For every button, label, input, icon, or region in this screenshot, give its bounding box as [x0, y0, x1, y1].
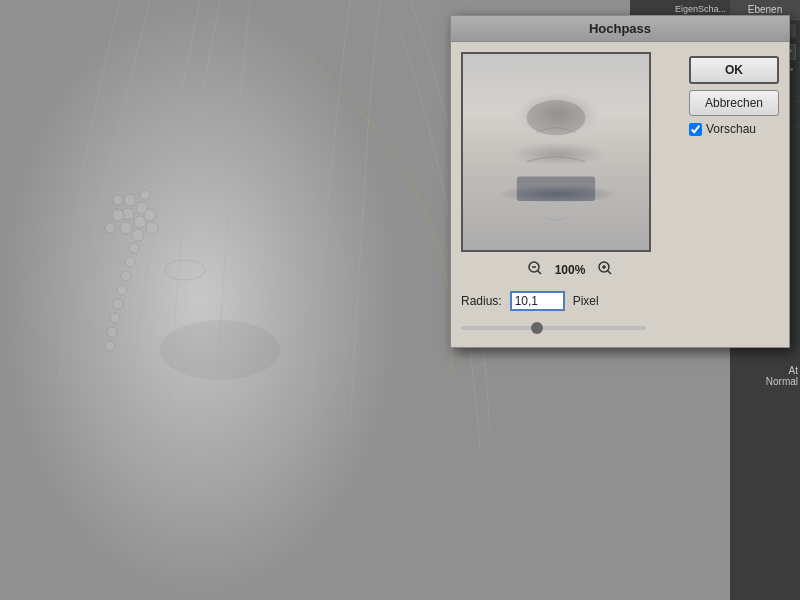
dialog-title: Hochpass [589, 21, 651, 36]
pixel-label: Pixel [573, 294, 599, 308]
svg-point-1 [124, 194, 136, 206]
dialog-titlebar: Hochpass [451, 16, 789, 42]
cancel-button[interactable]: Abbrechen [689, 90, 779, 116]
svg-point-6 [112, 209, 124, 221]
svg-point-5 [120, 222, 132, 234]
zoom-out-icon [527, 260, 543, 276]
zoom-value: 100% [555, 263, 586, 277]
radius-input[interactable]: 10,1 [510, 291, 565, 311]
svg-point-14 [125, 257, 135, 267]
preview-checkbox-label[interactable]: Vorschau [706, 122, 756, 136]
zoom-out-button[interactable] [525, 258, 545, 281]
normal-label: Normal [766, 376, 798, 387]
at-label: At [766, 365, 798, 376]
svg-point-18 [110, 313, 120, 323]
svg-point-19 [107, 327, 117, 337]
svg-point-22 [160, 320, 280, 380]
radius-row: Radius: 10,1 Pixel [461, 287, 679, 315]
svg-point-23 [527, 100, 586, 135]
svg-point-21 [165, 260, 205, 280]
svg-point-10 [113, 195, 123, 205]
svg-point-11 [140, 190, 150, 200]
svg-rect-24 [517, 176, 595, 200]
preview-checkbox[interactable] [689, 123, 702, 136]
dialog-preview-section: 100% Radius: 10,1 Pixel [461, 52, 679, 337]
svg-point-7 [132, 229, 144, 241]
svg-point-16 [117, 285, 127, 295]
radius-label: Radius: [461, 294, 502, 308]
svg-line-27 [537, 271, 541, 275]
zoom-in-icon [597, 260, 613, 276]
top-bar-text: EigenScha... [675, 4, 726, 14]
svg-point-13 [129, 243, 139, 253]
ok-button[interactable]: OK [689, 56, 779, 84]
preview-svg [463, 54, 649, 250]
svg-point-8 [144, 209, 156, 221]
svg-point-15 [121, 271, 131, 281]
layers-title-text: Ebenen [748, 4, 782, 15]
radius-slider[interactable] [461, 326, 646, 330]
dialog-preview-canvas[interactable] [461, 52, 651, 252]
preview-zoom-controls: 100% [461, 252, 679, 287]
preview-checkbox-row: Vorschau [689, 122, 779, 136]
svg-point-9 [146, 222, 158, 234]
svg-point-4 [134, 216, 146, 228]
svg-point-17 [113, 299, 123, 309]
svg-line-31 [608, 271, 612, 275]
svg-point-20 [105, 341, 115, 351]
zoom-in-button[interactable] [595, 258, 615, 281]
svg-point-12 [105, 223, 115, 233]
dialog-buttons-section: OK Abbrechen Vorschau [689, 52, 779, 337]
slider-row [461, 315, 679, 337]
hochpass-dialog: Hochpass [450, 15, 790, 348]
